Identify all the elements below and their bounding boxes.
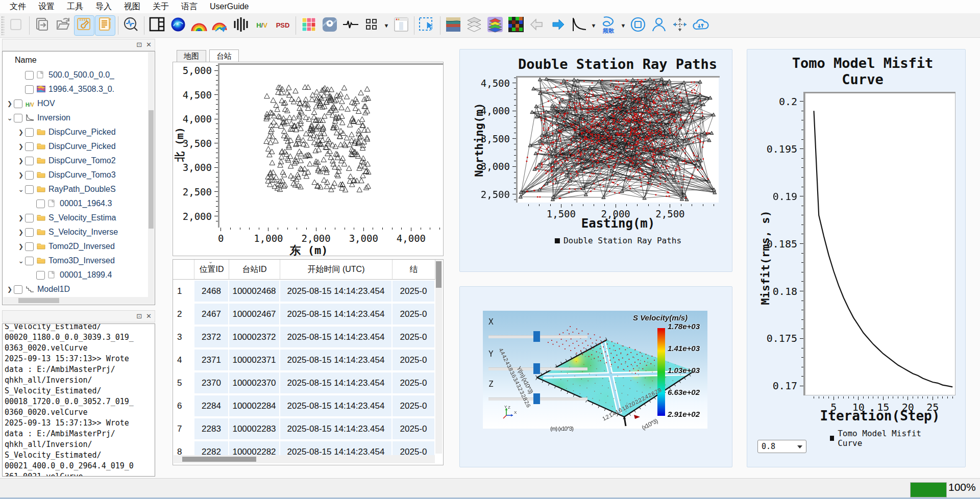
tree-item-checkbox[interactable] xyxy=(14,285,22,294)
table-row-7-col-2[interactable]: 100002283 xyxy=(229,418,279,439)
tree-item-00001-1899-4[interactable]: 00001_1899.4 xyxy=(3,268,155,282)
tree-item-inversion[interactable]: ⌄Inversion xyxy=(3,111,155,125)
toolbar-button-open-folder[interactable] xyxy=(54,16,73,35)
toolbar-button-traces[interactable] xyxy=(231,16,251,35)
tree-item-00001-1964-3[interactable]: 00001_1964.3 xyxy=(3,196,155,211)
dropdown-arrow-icon[interactable]: ▼ xyxy=(590,16,597,35)
tree-item-checkbox[interactable] xyxy=(36,271,45,280)
chevron-down-icon[interactable]: ⌄ xyxy=(6,114,14,122)
toolbar-button-move-arrows[interactable] xyxy=(670,16,690,35)
table-row-5-col-0[interactable]: 5 xyxy=(173,372,193,393)
table-row-2-col-3[interactable]: 2025-08-15 14:14:23.454 xyxy=(280,304,391,325)
chevron-right-icon[interactable]: ❯ xyxy=(6,286,14,293)
sort-indicator-icon[interactable]: ⌄ xyxy=(208,258,213,265)
toolbar-button-rainbow-pick[interactable] xyxy=(210,16,230,35)
toolbar-button-file-info[interactable] xyxy=(95,16,115,35)
tree-vscroll-thumb[interactable] xyxy=(149,110,154,229)
table-row-4-col-4[interactable]: 2025-0 xyxy=(393,350,434,370)
tree-item-checkbox[interactable] xyxy=(25,142,34,151)
table-row-1-col-1[interactable]: 2468 xyxy=(194,281,228,302)
toolbar-button-new-disabled[interactable] xyxy=(7,16,26,35)
chevron-right-icon[interactable]: ❯ xyxy=(17,143,25,150)
toolbar-button-waveform-search[interactable] xyxy=(121,16,141,35)
table-vertical-scrollbar[interactable] xyxy=(435,260,442,454)
chevron-right-icon[interactable]: ❯ xyxy=(6,100,14,107)
toolbar-button-select-cursor[interactable] xyxy=(418,16,437,35)
slider-handle-z[interactable] xyxy=(533,393,540,404)
tree-item-tomo2d-inversed[interactable]: ❯Tomo2D_Inversed xyxy=(3,239,155,254)
menu-item-5[interactable]: 关于 xyxy=(147,1,175,13)
menu-item-0[interactable]: 文件 xyxy=(4,1,32,13)
table-header-0[interactable] xyxy=(173,260,194,280)
chevron-right-icon[interactable]: ❯ xyxy=(17,129,25,136)
tree-item-checkbox[interactable] xyxy=(25,257,34,265)
table-header-4[interactable]: 结 xyxy=(393,260,435,280)
chevron-right-icon[interactable]: ❯ xyxy=(17,229,25,236)
toolbar-button-preprocess-tool[interactable] xyxy=(75,16,94,35)
toolbar-button-spectrum-globe[interactable] xyxy=(168,16,188,35)
tree-item-checkbox[interactable] xyxy=(25,185,34,194)
table-vscroll-thumb[interactable] xyxy=(436,261,442,288)
station-scatter-canvas[interactable] xyxy=(219,64,442,226)
toolbar-button-cloud-sync[interactable] xyxy=(691,16,710,35)
tree-item-checkbox[interactable] xyxy=(25,157,34,165)
tree-item-checkbox[interactable] xyxy=(25,214,34,222)
tree-item-checkbox[interactable] xyxy=(14,114,22,122)
table-row-7-col-1[interactable]: 2283 xyxy=(194,418,228,439)
toolbar-drag-handle[interactable] xyxy=(1,16,4,35)
table-row-6-col-1[interactable]: 2284 xyxy=(194,395,228,416)
table-row-2-col-1[interactable]: 2467 xyxy=(194,304,228,325)
chevron-right-icon[interactable]: ❯ xyxy=(17,214,25,221)
tree-dock-titlebar[interactable]: ⊡✕ xyxy=(2,39,155,51)
menu-item-2[interactable]: 工具 xyxy=(61,1,89,13)
toolbar-button-strata-image[interactable] xyxy=(444,16,463,35)
toolbar-button-hv[interactable]: H/V xyxy=(252,16,272,35)
chevron-right-icon[interactable]: ❯ xyxy=(17,171,25,179)
table-row-2-col-4[interactable]: 2025-0 xyxy=(393,304,434,325)
tree-item-tomo3d-inversed[interactable]: ⌄Tomo3D_Inversed xyxy=(3,254,155,268)
tree-item-checkbox[interactable] xyxy=(25,128,34,137)
tree-item-checkbox[interactable] xyxy=(25,71,34,80)
toolbar-button-checker-map[interactable] xyxy=(506,16,526,35)
menu-item-6[interactable]: 语言 xyxy=(176,1,203,13)
slider-handle-y[interactable] xyxy=(533,363,540,374)
table-row-5-col-4[interactable]: 2025-0 xyxy=(393,372,434,393)
table-horizontal-scrollbar[interactable] xyxy=(174,455,435,463)
table-row-7-col-0[interactable]: 7 xyxy=(173,418,193,439)
tree-item-checkbox[interactable] xyxy=(25,171,34,180)
table-row-6-col-3[interactable]: 2025-08-15 14:14:23.454 xyxy=(280,395,391,416)
tree-item-500-0-500-0-0-0-[interactable]: 500.0_500.0_0.0_ xyxy=(3,68,155,82)
float-panel-icon[interactable]: ⊡ xyxy=(136,41,142,48)
tree-hscroll-thumb[interactable] xyxy=(18,298,59,303)
toolbar-button-color-mosaic[interactable] xyxy=(299,16,318,35)
dropdown-arrow-icon[interactable]: ▼ xyxy=(620,16,627,35)
misfit-curve[interactable] xyxy=(805,93,955,395)
close-panel-icon[interactable]: ✕ xyxy=(146,41,152,48)
toolbar-button-arrow-forward[interactable] xyxy=(548,16,568,35)
toolbar-button-rainbow-curve[interactable] xyxy=(189,16,209,35)
toolbar-button-arrow-back[interactable] xyxy=(527,16,547,35)
toolbar-button-layout-grid[interactable] xyxy=(148,16,167,35)
table-row-7-col-3[interactable]: 2025-08-15 14:14:23.454 xyxy=(280,418,391,439)
table-row-6-col-4[interactable]: 2025-0 xyxy=(393,395,434,416)
tree-item-s-velocity-estima[interactable]: ❯S_Velocity_Estima xyxy=(3,211,155,225)
slider-handle-x[interactable] xyxy=(533,331,540,342)
table-row-1-col-2[interactable]: 100002468 xyxy=(229,281,279,302)
table-header-3[interactable]: 开始时间 (UTC) xyxy=(280,260,393,280)
tab-stations[interactable]: 台站 xyxy=(209,49,239,63)
chevron-down-icon[interactable]: ⌄ xyxy=(17,257,25,265)
chevron-right-icon[interactable]: ❯ xyxy=(17,243,25,250)
menu-item-3[interactable]: 导入 xyxy=(90,1,117,13)
toolbar-button-map-pin[interactable] xyxy=(320,16,339,35)
menu-item-1[interactable]: 设置 xyxy=(33,1,60,13)
table-header-2[interactable]: 台站ID xyxy=(229,260,280,280)
toolbar-button-stop-circle[interactable] xyxy=(628,16,648,35)
log-dock-titlebar[interactable]: ⊡✕ xyxy=(2,310,155,322)
tab-map[interactable]: 地图 xyxy=(177,50,206,62)
table-row-4-col-3[interactable]: 2025-08-15 14:14:23.454 xyxy=(280,350,391,370)
table-row-5-col-2[interactable]: 100002370 xyxy=(229,372,279,393)
tree-item-dispcurve-tomo2[interactable]: ❯DispCurve_Tomo2 xyxy=(3,154,155,168)
table-row-2-col-2[interactable]: 100002467 xyxy=(229,304,279,325)
tree-vertical-scrollbar[interactable] xyxy=(148,52,154,297)
table-row-1-col-3[interactable]: 2025-08-15 14:14:23.454 xyxy=(280,281,391,302)
